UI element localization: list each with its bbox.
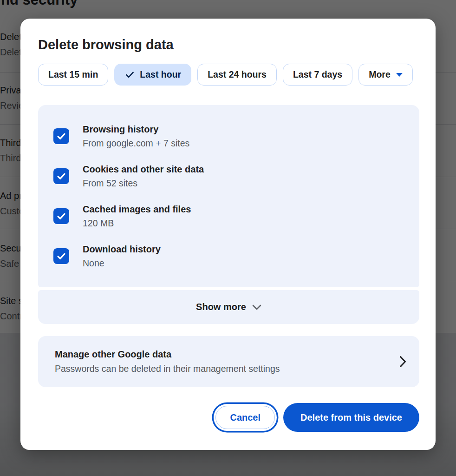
chip-last-hour[interactable]: Last hour [114,64,191,86]
checked-checkbox-icon[interactable] [53,208,69,224]
item-label: Browsing history [83,123,189,136]
delete-browsing-data-dialog: Delete browsing data Last 15 min Last ho… [20,19,436,450]
item-cached-images-files[interactable]: Cached images and files 120 MB [38,196,419,236]
item-label: Download history [83,243,161,256]
item-label: Cookies and other site data [83,163,204,176]
chevron-down-icon [252,304,261,310]
dropdown-arrow-icon [396,73,403,77]
checked-checkbox-icon[interactable] [53,168,69,184]
chevron-right-icon [399,356,406,368]
item-detail: 120 MB [83,217,191,230]
dialog-title: Delete browsing data [38,36,419,53]
manage-title: Manage other Google data [55,348,399,361]
item-cookies-site-data[interactable]: Cookies and other site data From 52 site… [38,156,419,196]
item-detail: From 52 sites [83,177,204,190]
manage-other-google-data-row[interactable]: Manage other Google data Passwords can b… [38,336,419,387]
delete-from-this-device-button[interactable]: Delete from this device [283,403,419,432]
manage-subtitle: Passwords can be deleted in their manage… [55,363,399,375]
item-detail: From google.com + 7 sites [83,137,189,150]
item-detail: None [83,257,161,270]
dialog-actions: Cancel Delete from this device [38,403,419,432]
item-label: Cached images and files [83,203,191,216]
check-icon [124,69,135,80]
checked-checkbox-icon[interactable] [53,128,69,144]
chip-last-15-min[interactable]: Last 15 min [38,64,108,86]
item-browsing-history[interactable]: Browsing history From google.com + 7 sit… [38,116,419,156]
data-types-list: Browsing history From google.com + 7 sit… [38,105,419,287]
chip-last-7-days[interactable]: Last 7 days [283,64,352,86]
show-more-button[interactable]: Show more [38,290,419,324]
checked-checkbox-icon[interactable] [53,248,69,264]
time-range-chips: Last 15 min Last hour Last 24 hours Last… [38,64,419,86]
chip-last-24-hours[interactable]: Last 24 hours [197,64,277,86]
item-download-history[interactable]: Download history None [38,236,419,276]
chip-more[interactable]: More [358,64,413,86]
cancel-button[interactable]: Cancel [215,406,275,429]
